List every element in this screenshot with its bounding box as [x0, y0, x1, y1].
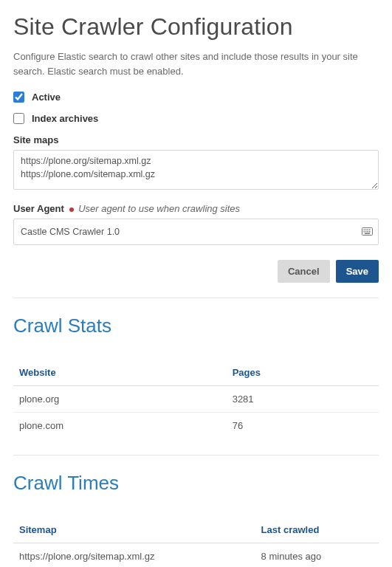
col-website: Website: [13, 360, 227, 386]
svg-rect-8: [369, 231, 371, 233]
user-agent-hint: User agent to use when crawling sites: [78, 203, 240, 214]
page-description: Configure Elastic search to crawl other …: [13, 49, 379, 78]
table-row: plone.org 3281: [13, 386, 379, 413]
index-archives-label: Index archives: [32, 113, 98, 124]
user-agent-label: User Agent: [13, 203, 64, 214]
crawl-stats-heading: Crawl Stats: [13, 315, 379, 337]
svg-rect-2: [365, 230, 367, 231]
table-row: https://plone.org/sitemap.xml.gz 8 minut…: [13, 543, 379, 568]
button-row: Cancel Save: [13, 260, 379, 283]
user-agent-group: User Agent User agent to use when crawli…: [13, 203, 379, 245]
user-agent-input[interactable]: [13, 219, 379, 245]
crawl-stats-table: Website Pages plone.org 3281 plone.com 7…: [13, 360, 379, 439]
cell-website: plone.org: [13, 386, 227, 413]
cell-pages: 76: [227, 413, 379, 439]
sitemaps-label: Site maps: [13, 134, 379, 145]
svg-rect-1: [364, 230, 365, 231]
save-button[interactable]: Save: [336, 260, 379, 283]
col-sitemap: Sitemap: [13, 517, 255, 543]
table-row: plone.com 76: [13, 413, 379, 439]
crawl-times-table: Sitemap Last crawled https://plone.org/s…: [13, 517, 379, 567]
crawl-times-heading: Crawl Times: [13, 472, 379, 495]
keyboard-icon: [362, 225, 373, 238]
sitemaps-textarea[interactable]: https://plone.org/sitemap.xml.gz https:/…: [13, 150, 379, 190]
svg-rect-3: [368, 230, 369, 231]
index-archives-row: Index archives: [13, 113, 379, 124]
cell-website: plone.com: [13, 413, 227, 439]
active-row: Active: [13, 92, 379, 103]
cell-pages: 3281: [227, 386, 379, 413]
active-checkbox[interactable]: [13, 92, 24, 103]
required-indicator-icon: [69, 207, 74, 212]
divider: [13, 455, 379, 456]
index-archives-checkbox[interactable]: [13, 113, 24, 124]
svg-rect-4: [369, 230, 371, 231]
col-pages: Pages: [227, 360, 379, 386]
cell-last-crawled: 8 minutes ago: [255, 543, 379, 568]
cell-sitemap: https://plone.org/sitemap.xml.gz: [13, 543, 255, 568]
active-label: Active: [32, 92, 61, 103]
svg-rect-6: [365, 231, 367, 233]
sitemaps-group: Site maps https://plone.org/sitemap.xml.…: [13, 134, 379, 193]
svg-rect-9: [365, 233, 370, 235]
cancel-button[interactable]: Cancel: [278, 260, 330, 283]
divider: [13, 298, 379, 298]
page-title: Site Crawler Configuration: [13, 13, 379, 41]
col-last-crawled: Last crawled: [255, 517, 379, 543]
user-agent-label-wrap: User Agent User agent to use when crawli…: [13, 203, 379, 214]
svg-rect-5: [364, 231, 365, 233]
svg-rect-7: [368, 231, 369, 233]
